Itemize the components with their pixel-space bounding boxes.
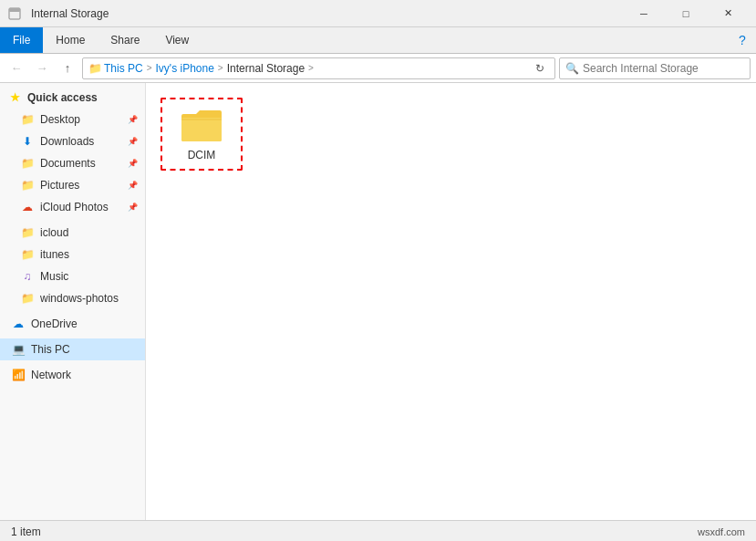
sidebar-item-desktop[interactable]: 📁 Desktop 📌 (0, 109, 145, 130)
onedrive-icon: ☁ (11, 317, 26, 331)
search-bar[interactable]: 🔍 (559, 57, 751, 79)
status-bar: 1 item wsxdf.com (0, 520, 756, 541)
sidebar-item-this-pc-label: This PC (31, 343, 138, 356)
help-button[interactable]: ? (729, 27, 756, 53)
sidebar-item-onedrive-label: OneDrive (31, 317, 138, 330)
pin-icon: 📌 (128, 115, 138, 124)
folder-icon-wrap (180, 107, 223, 143)
tab-file[interactable]: File (0, 27, 43, 53)
status-count: 1 item (11, 525, 41, 538)
tab-view[interactable]: View (152, 27, 202, 53)
sidebar-item-icloud[interactable]: 📁 icloud (0, 222, 145, 244)
breadcrumb-iphone[interactable]: Ivy's iPhone (156, 62, 214, 75)
address-bar[interactable]: 📁 This PC > Ivy's iPhone > Internal Stor… (82, 57, 555, 79)
breadcrumb-sep-2: > (218, 63, 223, 73)
sidebar-item-downloads-label: Downloads (40, 135, 120, 148)
back-button[interactable]: ← (5, 57, 27, 79)
folder-icon-windows-photos: 📁 (20, 291, 35, 306)
sidebar-item-documents[interactable]: 📁 Documents 📌 (0, 152, 145, 174)
sidebar-item-pictures[interactable]: 📁 Pictures 📌 (0, 174, 145, 196)
pin-icon-icloud: 📌 (128, 203, 138, 212)
sidebar-item-itunes[interactable]: 📁 itunes (0, 244, 145, 265)
sidebar-item-icloud-label: icloud (40, 226, 138, 239)
search-input[interactable] (583, 62, 744, 75)
sidebar-item-windows-photos-label: windows-photos (40, 292, 138, 305)
folder-dcim[interactable]: DCIM (161, 98, 243, 171)
ribbon-tabs: File Home Share View ? (0, 27, 756, 53)
up-button[interactable]: ↑ (57, 57, 78, 79)
tab-share[interactable]: Share (98, 27, 152, 53)
download-icon: ⬇ (20, 134, 35, 149)
sidebar-item-music[interactable]: ♫ Music (0, 265, 145, 287)
sidebar-item-desktop-label: Desktop (40, 113, 120, 126)
maximize-button[interactable]: □ (665, 0, 707, 27)
ribbon: File Home Share View ? (0, 27, 756, 54)
address-row: ← → ↑ 📁 This PC > Ivy's iPhone > Interna… (0, 54, 756, 83)
content-area: DCIM (146, 83, 756, 520)
title-bar: Internal Storage ─ □ ✕ (0, 0, 756, 27)
sidebar-item-this-pc[interactable]: 💻 This PC (0, 338, 145, 360)
window-title: Internal Storage (31, 7, 617, 20)
thispc-icon: 💻 (11, 342, 26, 357)
sidebar-item-pictures-label: Pictures (40, 179, 120, 192)
main-area: ★ Quick access 📁 Desktop 📌 ⬇ Downloads 📌… (0, 83, 756, 520)
network-icon: 📶 (11, 368, 26, 382)
sidebar: ★ Quick access 📁 Desktop 📌 ⬇ Downloads 📌… (0, 83, 146, 520)
window-icon (7, 6, 22, 21)
tab-home[interactable]: Home (43, 27, 98, 53)
sidebar-item-icloud-photos[interactable]: ☁ iCloud Photos 📌 (0, 196, 145, 218)
forward-button[interactable]: → (31, 57, 53, 79)
folder-icon: 📁 (88, 62, 102, 75)
music-icon: ♫ (20, 269, 35, 284)
folder-icon: 📁 (20, 112, 35, 127)
sidebar-item-itunes-label: itunes (40, 248, 138, 261)
sidebar-item-downloads[interactable]: ⬇ Downloads 📌 (0, 130, 145, 152)
sidebar-item-music-label: Music (40, 270, 138, 283)
pin-icon-pictures: 📌 (128, 181, 138, 190)
folder-icon-documents: 📁 (20, 156, 35, 171)
folder-svg (180, 107, 223, 143)
sidebar-item-network-label: Network (31, 369, 138, 381)
breadcrumb-sep-1: > (147, 63, 152, 73)
folder-icon-icloud: 📁 (20, 225, 35, 240)
sidebar-item-icloud-photos-label: iCloud Photos (40, 201, 120, 213)
pin-icon-downloads: 📌 (128, 137, 138, 146)
pin-icon-documents: 📌 (128, 159, 138, 168)
search-icon: 🔍 (565, 62, 579, 75)
brand-label: wsxdf.com (698, 526, 745, 537)
sidebar-item-network[interactable]: 📶 Network (0, 364, 145, 386)
folder-dcim-label: DCIM (188, 149, 216, 161)
folder-icon-itunes: 📁 (20, 247, 35, 262)
sidebar-item-documents-label: Documents (40, 157, 120, 170)
sidebar-quick-access-header[interactable]: ★ Quick access (0, 87, 145, 109)
icloud-icon: ☁ (20, 200, 35, 214)
breadcrumb-internal-storage[interactable]: Internal Storage (227, 62, 305, 75)
breadcrumb-sep-3: > (308, 63, 314, 73)
star-icon: ★ (7, 90, 22, 105)
svg-rect-1 (9, 8, 20, 12)
close-button[interactable]: ✕ (707, 0, 749, 27)
sidebar-item-onedrive[interactable]: ☁ OneDrive (0, 313, 145, 335)
window-controls: ─ □ ✕ (623, 0, 749, 27)
folder-icon-pictures: 📁 (20, 178, 35, 192)
minimize-button[interactable]: ─ (623, 0, 665, 27)
refresh-button[interactable]: ↻ (531, 59, 549, 78)
sidebar-quick-access-label: Quick access (27, 91, 138, 104)
breadcrumb-this-pc[interactable]: This PC (104, 62, 143, 75)
sidebar-item-windows-photos[interactable]: 📁 windows-photos (0, 287, 145, 309)
